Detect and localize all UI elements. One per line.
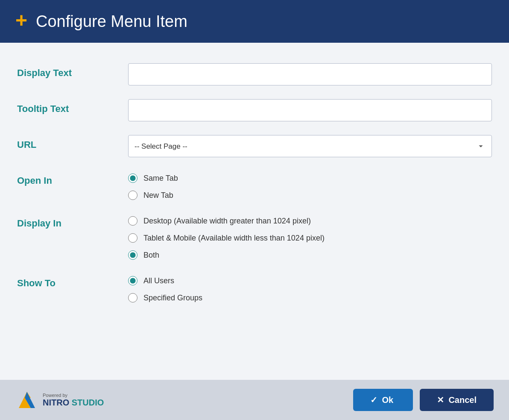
brand-studio-label: STUDIO xyxy=(72,398,104,407)
display-in-tablet-radio[interactable] xyxy=(128,233,137,243)
show-to-control: All Users Specified Groups xyxy=(128,273,492,303)
open-in-new-tab-radio[interactable] xyxy=(128,191,137,200)
nitro-logo xyxy=(15,388,38,411)
show-to-specified-groups-radio[interactable] xyxy=(128,293,137,303)
brand-powered-label: Powered by xyxy=(43,393,104,398)
cancel-label: Cancel xyxy=(448,395,477,405)
dialog-body: Display Text Tooltip Text URL -- Select … xyxy=(0,43,509,380)
tooltip-text-row: Tooltip Text xyxy=(17,99,492,121)
show-to-label: Show To xyxy=(17,273,128,289)
dialog-title: Configure Menu Item xyxy=(36,12,187,31)
show-to-radio-group: All Users Specified Groups xyxy=(128,273,492,303)
brand-nitro-label: NITRO xyxy=(43,398,69,407)
open-in-same-tab-radio[interactable] xyxy=(128,173,137,183)
display-text-row: Display Text xyxy=(17,63,492,85)
brand-name: NITRO STUDIO xyxy=(43,398,104,408)
brand: Powered by NITRO STUDIO xyxy=(15,388,104,411)
show-to-row: Show To All Users Specified Groups xyxy=(17,273,492,303)
open-in-label: Open In xyxy=(17,171,128,186)
x-icon: ✕ xyxy=(437,395,444,405)
display-in-radio-group: Desktop (Available width greater than 10… xyxy=(128,214,492,260)
url-control: -- Select Page -- xyxy=(128,135,492,157)
tooltip-text-input[interactable] xyxy=(128,99,492,121)
display-in-control: Desktop (Available width greater than 10… xyxy=(128,214,492,260)
ok-label: Ok xyxy=(382,395,393,405)
display-in-tablet-label: Tablet & Mobile (Available width less th… xyxy=(143,234,325,243)
plus-icon: + xyxy=(15,10,27,31)
show-to-all-users-radio[interactable] xyxy=(128,276,137,285)
show-to-specified-groups-item[interactable]: Specified Groups xyxy=(128,293,492,303)
display-in-both-item[interactable]: Both xyxy=(128,250,492,260)
brand-text: Powered by NITRO STUDIO xyxy=(43,393,104,408)
url-select[interactable]: -- Select Page -- xyxy=(128,135,492,157)
display-text-label: Display Text xyxy=(17,63,128,79)
show-to-all-users-item[interactable]: All Users xyxy=(128,276,492,285)
open-in-control: Same Tab New Tab xyxy=(128,171,492,200)
url-label: URL xyxy=(17,135,128,150)
display-in-desktop-radio[interactable] xyxy=(128,216,137,226)
open-in-row: Open In Same Tab New Tab xyxy=(17,171,492,200)
open-in-radio-group: Same Tab New Tab xyxy=(128,171,492,200)
display-in-tablet-item[interactable]: Tablet & Mobile (Available width less th… xyxy=(128,233,492,243)
show-to-all-users-label: All Users xyxy=(143,276,174,285)
display-in-desktop-item[interactable]: Desktop (Available width greater than 10… xyxy=(128,216,492,226)
display-in-both-radio[interactable] xyxy=(128,250,137,260)
dialog-footer: Powered by NITRO STUDIO ✓ Ok ✕ Cancel xyxy=(0,380,509,420)
cancel-button[interactable]: ✕ Cancel xyxy=(420,389,494,411)
display-text-input[interactable] xyxy=(128,63,492,85)
open-in-new-tab-item[interactable]: New Tab xyxy=(128,191,492,200)
tooltip-text-label: Tooltip Text xyxy=(17,99,128,115)
display-in-desktop-label: Desktop (Available width greater than 10… xyxy=(143,217,311,226)
url-row: URL -- Select Page -- xyxy=(17,135,492,157)
tooltip-text-control xyxy=(128,99,492,121)
show-to-specified-groups-label: Specified Groups xyxy=(143,294,202,303)
display-in-both-label: Both xyxy=(143,251,159,260)
open-in-same-tab-item[interactable]: Same Tab xyxy=(128,173,492,183)
open-in-same-tab-label: Same Tab xyxy=(143,174,178,183)
open-in-new-tab-label: New Tab xyxy=(143,191,173,200)
ok-button[interactable]: ✓ Ok xyxy=(353,389,413,411)
display-text-control xyxy=(128,63,492,85)
checkmark-icon: ✓ xyxy=(370,395,377,405)
footer-buttons: ✓ Ok ✕ Cancel xyxy=(353,389,494,411)
display-in-label: Display In xyxy=(17,214,128,229)
configure-menu-item-dialog: + Configure Menu Item Display Text Toolt… xyxy=(0,0,509,420)
display-in-row: Display In Desktop (Available width grea… xyxy=(17,214,492,260)
dialog-header: + Configure Menu Item xyxy=(0,0,509,43)
